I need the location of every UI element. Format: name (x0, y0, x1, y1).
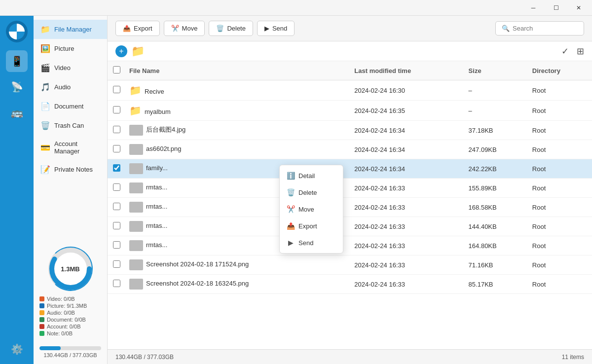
icon-btn-bus[interactable]: 🚌 (6, 102, 28, 123)
row-checkbox[interactable] (113, 241, 120, 249)
sidebar-item-picture[interactable]: 🖼️ Picture (34, 39, 107, 58)
row-checkbox[interactable] (113, 164, 120, 172)
row-size: 164.80KB (465, 236, 528, 255)
table-row[interactable]: Screenshot 2024-02-18 163245.png2024-02-… (108, 275, 592, 294)
row-checkbox[interactable] (113, 222, 120, 229)
context-export[interactable]: 📤 Export (280, 218, 343, 234)
row-checkbox[interactable] (113, 106, 120, 113)
row-directory: Root (528, 275, 592, 294)
add-button[interactable]: + (115, 45, 127, 57)
select-all-checkbox[interactable] (113, 66, 120, 73)
search-icon: 🔍 (502, 25, 510, 32)
row-checkbox[interactable] (113, 126, 120, 133)
minimize-button[interactable]: ─ (522, 0, 545, 16)
table-row[interactable]: rmtas...2024-02-24 16:33164.80KBRoot (108, 236, 592, 255)
context-send[interactable]: ▶ Send (280, 234, 343, 251)
grid-icon[interactable]: ⊞ (577, 46, 584, 57)
folder-icon: 📁 (129, 105, 142, 116)
close-button[interactable]: ✕ (567, 0, 590, 16)
send-button[interactable]: ▶ Send (257, 21, 295, 36)
window-controls: ─ ☐ ✕ (522, 0, 590, 16)
sidebar-label-account: Account Manager (54, 140, 100, 155)
table-row[interactable]: rmtas...2024-02-24 16:33155.89KBRoot (108, 179, 592, 198)
row-directory: Root (528, 236, 592, 255)
logo-icon (9, 24, 25, 39)
row-checkbox-cell (108, 80, 125, 101)
table-row[interactable]: family...2024-02-24 16:34242.22KBRoot (108, 159, 592, 179)
row-modified: 2024-02-24 16:33 (350, 236, 464, 255)
row-directory: Root (528, 121, 592, 140)
toolbar: 📤 Export ✂️ Move 🗑️ Delete ▶ Send 🔍 (108, 16, 592, 41)
row-checkbox[interactable] (113, 203, 120, 210)
table-row[interactable]: rmtas...2024-02-24 16:33168.58KBRoot (108, 198, 592, 217)
legend-account: Account: 0/0B (39, 324, 101, 329)
file-list-area: File Name Last modified time Size Direct… (108, 61, 592, 349)
row-checkbox-cell (108, 217, 125, 236)
row-checkbox[interactable] (113, 86, 120, 93)
sidebar-label-file-manager: File Manager (54, 26, 100, 33)
sidebar-label-picture: Picture (54, 45, 100, 52)
sidebar-label-video: Video (54, 64, 100, 72)
row-size: 247.09KB (465, 140, 528, 159)
row-checkbox-cell (108, 275, 125, 294)
legend-dot-audio (39, 310, 44, 315)
legend-video: Video: 0/0B (39, 296, 101, 302)
table-row[interactable]: 📁myalbum2024-02-24 16:35–Root (108, 101, 592, 121)
row-size: 37.18KB (465, 121, 528, 140)
context-detail[interactable]: ℹ️ Detail (280, 167, 343, 184)
export-button[interactable]: 📤 Export (115, 21, 160, 36)
send-icon: ▶ (264, 25, 269, 32)
row-checkbox[interactable] (113, 145, 120, 152)
row-checkbox-cell (108, 101, 125, 121)
row-filename: 📁myalbum (125, 101, 350, 121)
legend-dot-account (39, 324, 44, 329)
legend-dot-document (39, 317, 44, 322)
row-directory: Root (528, 255, 592, 275)
icon-btn-phone[interactable]: 📱 (6, 50, 28, 72)
row-checkbox[interactable] (113, 280, 120, 287)
sidebar-item-file-manager[interactable]: 📁 File Manager (34, 20, 107, 39)
delete-button[interactable]: 🗑️ Delete (209, 21, 253, 36)
search-box[interactable]: 🔍 (495, 21, 584, 36)
row-modified: 2024-02-24 16:34 (350, 121, 464, 140)
sidebar-item-account-manager[interactable]: 💳 Account Manager (34, 135, 107, 160)
legend-picture: Picture: 9/1.3MB (39, 303, 101, 309)
sidebar-item-private-notes[interactable]: 📝 Private Notes (34, 160, 107, 179)
legend-dot-note (39, 331, 44, 336)
file-icon (129, 259, 143, 270)
sidebar-item-document[interactable]: 📄 Document (34, 97, 107, 116)
legend-dot-video (39, 296, 44, 301)
context-delete[interactable]: 🗑️ Delete (280, 184, 343, 201)
table-row[interactable]: Screenshot 2024-02-18 171524.png2024-02-… (108, 255, 592, 275)
file-icon (129, 202, 143, 213)
col-check (108, 61, 125, 80)
icon-btn-settings[interactable]: ⚙️ (6, 338, 28, 360)
table-row[interactable]: as6602t.png2024-02-24 16:34247.09KBRoot (108, 140, 592, 159)
row-checkbox[interactable] (113, 260, 120, 268)
table-row[interactable]: 后台截图4.jpg2024-02-24 16:3437.18KBRoot (108, 121, 592, 140)
move-label: Move (182, 25, 198, 32)
table-row[interactable]: rmtas...2024-02-24 16:33144.40KBRoot (108, 217, 592, 236)
current-folder-icon[interactable]: 📁 (131, 45, 145, 58)
col-modified: Last modified time (350, 61, 464, 80)
maximize-button[interactable]: ☐ (545, 0, 567, 16)
row-modified: 2024-02-24 16:33 (350, 198, 464, 217)
row-checkbox[interactable] (113, 183, 120, 191)
storage-section: 1.3MB Video: 0/0B Picture: 9/1.3MB Audio… (34, 241, 107, 343)
move-button[interactable]: ✂️ Move (164, 21, 205, 36)
context-move[interactable]: ✂️ Move (280, 201, 343, 218)
row-directory: Root (528, 159, 592, 179)
table-row[interactable]: 📁Recive2024-02-24 16:30–Root (108, 80, 592, 101)
sidebar-item-audio[interactable]: 🎵 Audio (34, 77, 107, 97)
row-size: 71.16KB (465, 255, 528, 275)
folder-icon: 📁 (129, 85, 142, 96)
sidebar-item-video[interactable]: 🎬 Video (34, 58, 107, 77)
storage-legend: Video: 0/0B Picture: 9/1.3MB Audio: 0/0B… (39, 296, 101, 337)
storage-status: 130.44GB / 377.03GB (115, 354, 174, 361)
delete-icon: 🗑️ (216, 25, 224, 32)
search-input[interactable] (513, 25, 578, 32)
icon-btn-wifi[interactable]: 📡 (6, 76, 28, 98)
sidebar-item-trash-can[interactable]: 🗑️ Trash Can (34, 116, 107, 135)
check-icon[interactable]: ✓ (561, 46, 569, 57)
file-icon (129, 279, 143, 290)
